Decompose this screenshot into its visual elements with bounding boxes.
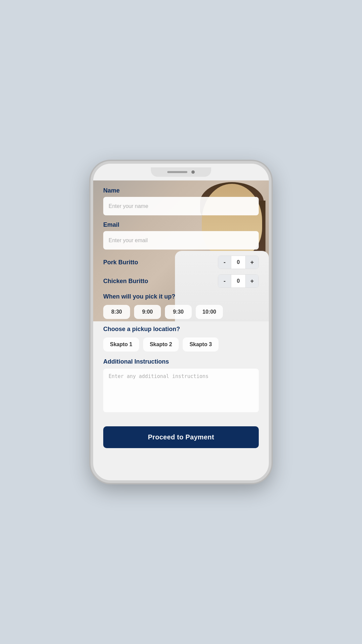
pickup-time-question: When will you pick it up? bbox=[103, 293, 259, 300]
name-label: Name bbox=[103, 187, 259, 194]
chicken-buritto-label: Chicken Buritto bbox=[103, 278, 148, 285]
name-input[interactable] bbox=[103, 197, 259, 215]
pork-buritto-qty-control: - 0 + bbox=[218, 256, 259, 269]
chicken-buritto-plus-btn[interactable]: + bbox=[246, 275, 258, 287]
chicken-buritto-row: Chicken Buritto - 0 + bbox=[103, 274, 259, 288]
phone-notch-area bbox=[93, 164, 269, 180]
time-slot-900[interactable]: 9:00 bbox=[134, 305, 161, 319]
additional-textarea[interactable] bbox=[103, 369, 259, 412]
pickup-location-question: Choose a pickup location? bbox=[103, 326, 259, 333]
chicken-buritto-qty-display: 0 bbox=[231, 275, 246, 287]
form-container: Name Email Pork Buritto - 0 + Chicken Bu… bbox=[93, 180, 269, 458]
chicken-buritto-minus-btn[interactable]: - bbox=[218, 275, 231, 287]
time-slot-1000[interactable]: 10:00 bbox=[196, 305, 223, 319]
pork-buritto-minus-btn[interactable]: - bbox=[218, 256, 231, 269]
time-slot-930[interactable]: 9:30 bbox=[165, 305, 192, 319]
location-slot-3[interactable]: Skapto 3 bbox=[183, 337, 219, 352]
additional-label: Additional Instructions bbox=[103, 358, 259, 365]
phone-screen: Name Email Pork Buritto - 0 + Chicken Bu… bbox=[93, 180, 269, 480]
location-slot-2[interactable]: Skapto 2 bbox=[143, 337, 179, 352]
phone-notch bbox=[151, 167, 211, 177]
notch-bar bbox=[167, 171, 187, 173]
pickup-time-group: When will you pick it up? 8:309:009:3010… bbox=[103, 293, 259, 319]
phone-side-button bbox=[270, 224, 272, 244]
time-slots-container: 8:309:009:3010:00 bbox=[103, 305, 259, 319]
location-slots-container: Skapto 1Skapto 2Skapto 3 bbox=[103, 337, 259, 352]
name-field-group: Name bbox=[103, 187, 259, 215]
pork-buritto-label: Pork Buritto bbox=[103, 259, 138, 266]
pork-buritto-plus-btn[interactable]: + bbox=[246, 256, 258, 269]
email-field-group: Email bbox=[103, 221, 259, 250]
pickup-location-group: Choose a pickup location? Skapto 1Skapto… bbox=[103, 326, 259, 352]
proceed-to-payment-button[interactable]: Proceed to Payment bbox=[103, 426, 259, 448]
time-slot-830[interactable]: 8:30 bbox=[103, 305, 130, 319]
phone-frame: Name Email Pork Buritto - 0 + Chicken Bu… bbox=[90, 161, 272, 483]
email-label: Email bbox=[103, 221, 259, 228]
notch-dot bbox=[191, 170, 195, 174]
location-slot-1[interactable]: Skapto 1 bbox=[103, 337, 139, 352]
additional-instructions-group: Additional Instructions bbox=[103, 358, 259, 420]
email-input[interactable] bbox=[103, 231, 259, 250]
pork-buritto-row: Pork Buritto - 0 + bbox=[103, 256, 259, 269]
pork-buritto-qty-display: 0 bbox=[231, 256, 246, 269]
chicken-buritto-qty-control: - 0 + bbox=[218, 274, 259, 288]
